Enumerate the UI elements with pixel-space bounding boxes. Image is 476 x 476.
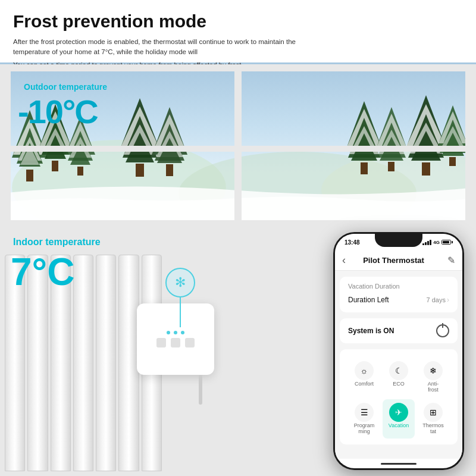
duration-left-value: 7 days bbox=[427, 296, 446, 303]
top-section: Frost prevention mode After the frost pr… bbox=[0, 0, 476, 220]
indoor-temp-label: Indoor temperature bbox=[13, 237, 101, 248]
vacation-duration-section: Vacation Duration Duration Left 7 days › bbox=[340, 277, 458, 312]
mode-anti-frost-label: Anti-frost bbox=[428, 381, 439, 393]
duration-left-value-group: 7 days › bbox=[427, 296, 449, 304]
svg-rect-28 bbox=[136, 164, 144, 177]
mode-programming[interactable]: ☰ Programming bbox=[348, 399, 380, 439]
svg-rect-34 bbox=[166, 164, 173, 176]
system-on-section: System is ON bbox=[340, 318, 458, 343]
mode-comfort[interactable]: ☼ Comfort bbox=[348, 358, 380, 397]
vacation-icon: ✈ bbox=[389, 403, 408, 422]
mode-comfort-label: Comfort bbox=[355, 381, 374, 387]
system-label: System is ON bbox=[348, 327, 394, 335]
indoor-temperature: 7°C bbox=[11, 250, 74, 294]
svg-rect-52 bbox=[422, 162, 430, 176]
device-connector-wire bbox=[199, 375, 202, 405]
duration-left-row[interactable]: Duration Left 7 days › bbox=[348, 293, 449, 306]
modes-grid: ☼ Comfort ☾ ECO ❄ Anti-frost bbox=[348, 358, 449, 439]
radiator-panel-6 bbox=[118, 255, 139, 471]
svg-rect-46 bbox=[388, 162, 394, 171]
mode-programming-label: Programming bbox=[354, 423, 375, 435]
device-indicator-dots bbox=[167, 331, 184, 334]
mode-thermostat-label: Thermostat bbox=[422, 423, 444, 435]
mode-eco[interactable]: ☾ ECO bbox=[383, 358, 415, 397]
anti-frost-icon: ❄ bbox=[424, 361, 443, 380]
bottom-section: Indoor temperature 7°C ✻ bbox=[0, 220, 476, 476]
radiator-panel-5 bbox=[96, 255, 116, 471]
duration-left-label: Duration Left bbox=[348, 296, 389, 304]
modes-section: ☼ Comfort ☾ ECO ❄ Anti-frost bbox=[340, 349, 458, 444]
snowflake-icon: ✻ bbox=[175, 275, 186, 290]
mode-vacation-label: Vacation bbox=[389, 423, 409, 429]
signal-icon bbox=[422, 240, 431, 245]
chevron-right-icon: › bbox=[447, 296, 449, 304]
phone-screen: 13:48 4G bbox=[335, 234, 462, 468]
radiator-panel-4 bbox=[73, 255, 93, 471]
notch bbox=[375, 234, 422, 247]
system-on-row: System is ON bbox=[348, 324, 449, 337]
battery-icon bbox=[441, 240, 453, 245]
outdoor-temperature: -10°C bbox=[18, 92, 98, 131]
outdoor-temp-label: Outdoor temperature bbox=[24, 82, 107, 92]
text-area: Frost prevention mode After the frost pr… bbox=[0, 0, 476, 76]
device-button-3 bbox=[185, 338, 195, 347]
network-label: 4G bbox=[433, 240, 440, 245]
snowflake-indicator: ✻ bbox=[165, 268, 195, 298]
status-right-icons: 4G bbox=[422, 240, 453, 245]
home-bar bbox=[381, 463, 416, 465]
mode-thermostat[interactable]: ⊞ Thermostat bbox=[417, 399, 449, 439]
comfort-icon: ☼ bbox=[355, 361, 374, 380]
thermostat-device bbox=[137, 303, 214, 375]
device-buttons bbox=[156, 338, 195, 347]
subtitle-1: After the frost protection mode is enabl… bbox=[13, 37, 322, 58]
device-dot-3 bbox=[181, 331, 184, 334]
nav-title: Pilot Thermostat bbox=[350, 256, 437, 265]
svg-rect-22 bbox=[77, 167, 83, 176]
connector-line bbox=[180, 298, 181, 327]
home-indicator bbox=[335, 459, 462, 468]
svg-rect-58 bbox=[449, 157, 456, 166]
svg-rect-40 bbox=[361, 162, 368, 174]
subtitle-2: You can set a time period to prevent you… bbox=[13, 60, 322, 70]
device-dot-2 bbox=[174, 331, 177, 334]
phone-content: Vacation Duration Duration Left 7 days › bbox=[335, 271, 462, 459]
svg-rect-10 bbox=[26, 170, 33, 181]
mode-anti-frost[interactable]: ❄ Anti-frost bbox=[417, 358, 449, 397]
eco-icon: ☾ bbox=[389, 361, 408, 380]
device-button-2 bbox=[171, 338, 180, 347]
power-button[interactable] bbox=[436, 324, 449, 337]
page-title: Frost prevention mode bbox=[13, 11, 463, 32]
thermostat-mode-icon: ⊞ bbox=[424, 403, 443, 422]
mode-vacation[interactable]: ✈ Vacation bbox=[383, 399, 415, 439]
phone-shell: 13:48 4G bbox=[333, 232, 464, 470]
svg-rect-16 bbox=[52, 161, 58, 171]
status-bar: 13:48 4G bbox=[335, 234, 462, 250]
programming-icon: ☰ bbox=[355, 403, 374, 422]
back-button[interactable]: ‹ bbox=[342, 254, 346, 267]
device-dot-1 bbox=[167, 331, 170, 334]
edit-button[interactable]: ✎ bbox=[447, 255, 455, 266]
mode-eco-label: ECO bbox=[393, 381, 405, 387]
vacation-duration-label: Vacation Duration bbox=[348, 283, 449, 290]
device-button-1 bbox=[156, 338, 166, 347]
status-time: 13:48 bbox=[345, 239, 360, 246]
phone-mockup: 13:48 4G bbox=[333, 232, 464, 470]
nav-bar[interactable]: ‹ Pilot Thermostat ✎ bbox=[335, 250, 462, 271]
